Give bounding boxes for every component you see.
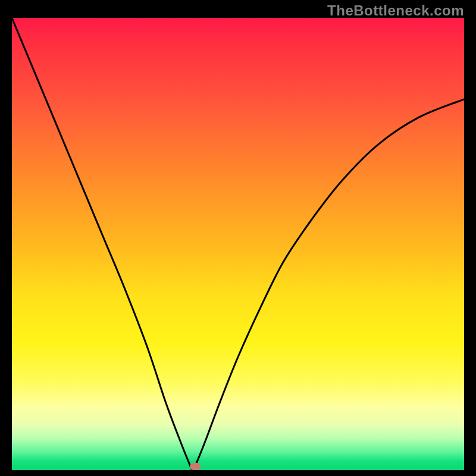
bottleneck-curve: [12, 18, 464, 470]
minimum-marker: [190, 463, 201, 470]
plot-area: [12, 18, 464, 470]
watermark-text: TheBottleneck.com: [327, 2, 464, 19]
chart-container: TheBottleneck.com: [0, 0, 476, 476]
